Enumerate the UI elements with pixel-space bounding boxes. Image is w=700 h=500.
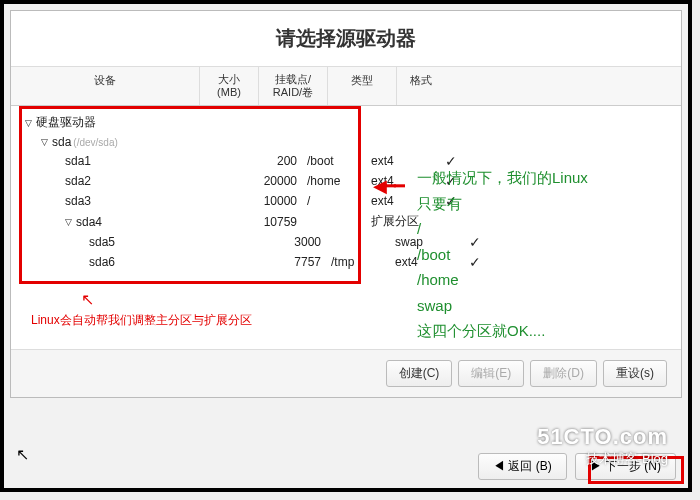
partition-table: 设备 大小 (MB) 挂载点/ RAID/卷 类型 格式 硬盘驱动器 sda (…	[11, 67, 681, 349]
col-device[interactable]: 设备	[11, 67, 200, 105]
delete-button: 删除(D)	[530, 360, 597, 387]
arrow-left-icon: ◀━━	[373, 175, 403, 197]
create-button[interactable]: 创建(C)	[386, 360, 453, 387]
dialog-title: 请选择源驱动器	[31, 25, 661, 52]
col-mount[interactable]: 挂载点/ RAID/卷	[259, 67, 328, 105]
col-size[interactable]: 大小 (MB)	[200, 67, 259, 105]
reset-button[interactable]: 重设(s)	[603, 360, 667, 387]
col-type[interactable]: 类型	[328, 67, 397, 105]
col-format[interactable]: 格式	[397, 67, 445, 105]
green-annotation: 一般情况下，我们的Linux 只要有 / /boot /home swap 这四…	[417, 165, 667, 344]
tree-disk[interactable]: sda (/dev/sda)	[11, 133, 681, 151]
next-button[interactable]: ▶ 下一步 (N)	[575, 453, 676, 480]
back-button[interactable]: ◀ 返回 (B)	[478, 453, 567, 480]
cursor-icon: ↖	[16, 445, 29, 464]
arrow-down-icon: ↖	[81, 290, 94, 309]
tree-root[interactable]: 硬盘驱动器	[11, 112, 681, 133]
edit-button: 编辑(E)	[458, 360, 524, 387]
